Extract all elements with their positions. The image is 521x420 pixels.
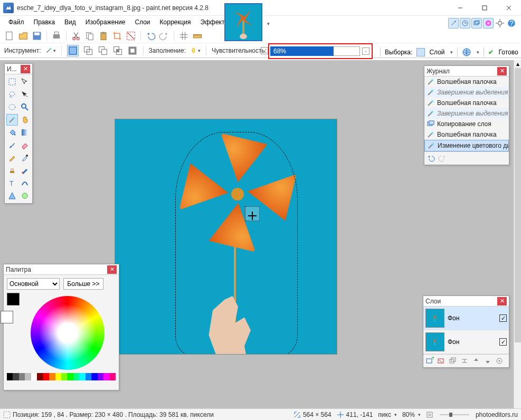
tool-move-selection[interactable] (19, 76, 31, 88)
thumb-dropdown-icon[interactable]: ▾ (267, 21, 270, 26)
color-swatch[interactable] (25, 373, 31, 380)
tool-ellipse-select[interactable] (6, 101, 18, 113)
color-mode-select[interactable]: Основной (7, 278, 60, 290)
help-icon[interactable]: ? (506, 18, 517, 28)
history-undo-icon[interactable] (427, 154, 435, 163)
color-swatch[interactable] (86, 373, 91, 380)
new-file-icon[interactable] (4, 31, 15, 41)
history-redo-icon[interactable] (438, 154, 447, 163)
tolerance-slider[interactable]: 68% ▫ (268, 43, 373, 59)
tool-pencil[interactable] (6, 152, 18, 164)
tools-panel-close[interactable]: ✕ (21, 65, 30, 73)
status-zoom[interactable]: 80% (402, 411, 415, 418)
history-close[interactable]: ✕ (497, 67, 507, 75)
history-item[interactable]: Волшебная палочка (424, 77, 509, 87)
secondary-color-swatch[interactable] (1, 311, 13, 323)
tool-shapes[interactable] (6, 190, 18, 202)
colors-more-button[interactable]: Больше >> (63, 278, 103, 290)
history-item[interactable]: Волшебная палочка (424, 98, 509, 108)
color-swatch[interactable] (55, 373, 61, 380)
tool-eraser[interactable] (19, 139, 31, 151)
menu-правка[interactable]: Правка (30, 17, 60, 27)
layers-window-toggle[interactable] (471, 18, 482, 28)
close-button[interactable] (497, 0, 521, 16)
selection-invert-icon[interactable] (127, 45, 138, 56)
menu-коррекция[interactable]: Коррекция (156, 17, 195, 27)
tool-rect-select[interactable] (6, 76, 18, 88)
status-slider[interactable] (439, 411, 470, 418)
layer-row[interactable]: Фон✓ (423, 330, 509, 354)
grid-icon[interactable] (178, 31, 189, 41)
menu-файл[interactable]: Файл (4, 17, 29, 27)
color-swatch[interactable] (43, 373, 49, 380)
layer-merge-icon[interactable] (460, 357, 469, 365)
minimize-button[interactable] (448, 0, 472, 16)
layer-delete-icon[interactable] (437, 357, 446, 365)
paste-icon[interactable] (98, 31, 109, 41)
tolerance-minus-button[interactable]: ▫ (261, 47, 268, 54)
layer-visible-checkbox[interactable]: ✓ (499, 314, 507, 322)
layer-add-icon[interactable]: + (425, 357, 434, 365)
tool-line[interactable] (19, 177, 31, 189)
copy-icon[interactable] (84, 31, 95, 41)
color-swatch[interactable] (67, 373, 73, 380)
history-item[interactable]: Завершение выделения палочкой (424, 87, 509, 98)
menu-изображение[interactable]: Изображение (81, 17, 130, 27)
layer-row[interactable]: Фон✓ (423, 307, 509, 330)
tool-lasso[interactable] (6, 89, 18, 100)
canvas[interactable] (115, 119, 337, 354)
tool-zoom[interactable] (19, 101, 31, 113)
maximize-button[interactable] (472, 0, 497, 16)
colors-close[interactable]: ✕ (107, 265, 117, 274)
ruler-icon[interactable] (192, 31, 203, 41)
deselect-icon[interactable] (126, 31, 136, 41)
tool-magic-wand[interactable] (6, 114, 18, 126)
save-icon[interactable] (32, 31, 42, 41)
flood-mode-icon[interactable] (462, 47, 471, 57)
color-swatch[interactable] (19, 373, 25, 380)
tools-window-toggle[interactable] (448, 18, 459, 28)
menu-слои[interactable]: Слои (130, 17, 154, 27)
history-item[interactable]: Копирование слоя (424, 119, 509, 129)
crop-icon[interactable] (112, 31, 122, 41)
layer-duplicate-icon[interactable] (449, 357, 457, 365)
color-swatch[interactable] (103, 373, 109, 380)
fill-mode-icon[interactable]: ▾ (190, 45, 201, 56)
current-tool-icon[interactable]: ▾ (45, 45, 56, 56)
tool-fill[interactable] (6, 127, 18, 138)
tool-recolor[interactable] (19, 165, 31, 176)
tool-gradient[interactable] (19, 127, 31, 138)
color-swatch[interactable] (37, 373, 43, 380)
layer-visible-checkbox[interactable]: ✓ (499, 338, 507, 346)
scroll-up-icon[interactable]: ▴ (514, 60, 521, 68)
layer-down-icon[interactable] (484, 357, 492, 365)
color-swatch[interactable] (98, 373, 103, 380)
scroll-thumb[interactable] (515, 68, 521, 342)
color-swatch[interactable] (109, 373, 115, 380)
tool-clone[interactable] (6, 165, 18, 176)
selection-add-icon[interactable] (83, 45, 93, 56)
color-swatch[interactable] (61, 373, 67, 380)
colors-window-toggle[interactable] (483, 18, 494, 28)
color-swatch[interactable] (79, 373, 85, 380)
tool-move-pixels[interactable] (19, 89, 31, 100)
tool-shapes2[interactable] (19, 190, 31, 202)
color-swatch[interactable] (49, 373, 55, 380)
primary-color-swatch[interactable] (7, 293, 20, 306)
menu-вид[interactable]: Вид (60, 17, 80, 27)
selection-intersect-icon[interactable] (112, 45, 123, 56)
redo-icon[interactable] (159, 31, 169, 41)
status-unit[interactable]: пикс (378, 411, 391, 418)
color-strip[interactable] (7, 373, 116, 380)
selection-replace-icon[interactable] (67, 45, 79, 56)
color-swatch[interactable] (7, 373, 13, 380)
layer-props-icon[interactable] (495, 357, 504, 365)
color-swatch[interactable] (91, 373, 97, 380)
history-window-toggle[interactable] (460, 18, 470, 28)
status-fit-icon[interactable] (426, 411, 433, 418)
color-wheel[interactable] (31, 296, 105, 370)
layer-scope-label[interactable]: Слой (429, 49, 444, 56)
history-item[interactable]: Волшебная палочка (424, 129, 509, 140)
color-swatch[interactable] (13, 373, 18, 380)
vertical-scrollbar[interactable]: ▴ (514, 60, 521, 408)
